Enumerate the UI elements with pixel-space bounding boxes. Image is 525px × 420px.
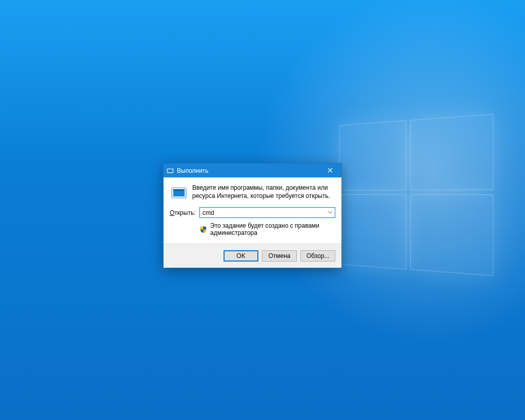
browse-button[interactable]: Обзор... <box>300 250 335 262</box>
close-button[interactable] <box>318 164 341 177</box>
button-bar: OK Отмена Обзор... <box>164 244 341 268</box>
ok-button[interactable]: OK <box>224 250 258 262</box>
desktop-wallpaper: Выполнить Введите имя программы, папки, … <box>0 0 525 420</box>
svg-rect-1 <box>168 169 173 172</box>
run-titlebar-icon <box>167 167 174 174</box>
dialog-description: Введите имя программы, папки, документа … <box>192 184 335 200</box>
svg-rect-4 <box>173 189 185 191</box>
open-combobox[interactable] <box>199 207 335 218</box>
chevron-down-icon <box>328 209 333 216</box>
titlebar[interactable]: Выполнить <box>164 164 341 177</box>
run-app-icon <box>171 185 187 201</box>
open-label: Открыть: <box>170 209 199 216</box>
cancel-button[interactable]: Отмена <box>262 250 297 262</box>
admin-note-text: Это задание будет создано с правами адми… <box>210 222 335 236</box>
dialog-body: Введите имя программы, папки, документа … <box>164 177 341 244</box>
windows-logo-icon <box>339 114 492 274</box>
open-input[interactable] <box>203 209 328 216</box>
run-dialog-window: Выполнить Введите имя программы, папки, … <box>163 163 342 268</box>
dialog-title: Выполнить <box>177 167 209 174</box>
shield-icon <box>199 226 207 233</box>
close-icon <box>328 167 333 174</box>
admin-note-row: Это задание будет создано с правами адми… <box>170 222 335 236</box>
